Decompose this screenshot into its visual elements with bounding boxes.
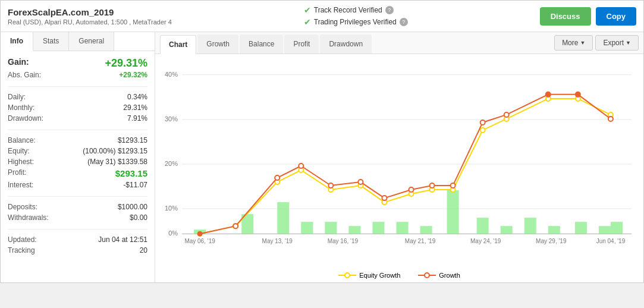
tab-general[interactable]: General bbox=[69, 32, 114, 51]
svg-point-49 bbox=[409, 187, 414, 192]
abs-gain-value: +29.32% bbox=[119, 71, 147, 79]
chart-tabs: Chart Growth Balance Profit Drawdown Mor… bbox=[155, 32, 643, 54]
highest-row: Highest: (May 31) $1339.58 bbox=[8, 158, 147, 166]
svg-point-55 bbox=[576, 92, 580, 97]
discuss-button[interactable]: Discuss bbox=[540, 7, 591, 26]
balance-row: Balance: $1293.15 bbox=[8, 136, 147, 144]
equity-value: (100.00%) $1293.15 bbox=[83, 147, 147, 155]
balance-section: Balance: $1293.15 Equity: (100.00%) $129… bbox=[8, 136, 147, 197]
svg-point-51 bbox=[451, 183, 455, 188]
profit-row: Profit: $293.15 bbox=[8, 168, 147, 178]
account-title: ForexScalpEA.com_2019 bbox=[8, 7, 172, 17]
equity-label: Equity: bbox=[8, 147, 30, 155]
svg-text:40%: 40% bbox=[165, 71, 178, 78]
daily-section: Daily: 0.34% Monthly: 29.31% Drawdown: 7… bbox=[8, 93, 147, 130]
header-center: ✔ Track Record Verified ? ✔ Trading Priv… bbox=[304, 5, 408, 27]
svg-point-54 bbox=[546, 92, 551, 97]
svg-rect-24 bbox=[575, 222, 587, 234]
interest-value: -$11.07 bbox=[123, 181, 147, 189]
svg-point-37 bbox=[480, 128, 485, 133]
svg-point-52 bbox=[480, 120, 485, 125]
daily-row: Daily: 0.34% bbox=[8, 93, 147, 101]
withdrawals-label: Withdrawals: bbox=[8, 213, 49, 222]
track-record-verified: ✔ Track Record Verified ? bbox=[304, 5, 408, 15]
svg-point-46 bbox=[328, 183, 333, 188]
verified-text-1: Track Record Verified bbox=[314, 6, 382, 14]
withdrawals-row: Withdrawals: $0.00 bbox=[8, 213, 147, 222]
svg-point-43 bbox=[233, 224, 238, 228]
svg-rect-15 bbox=[348, 226, 360, 234]
right-panel: Chart Growth Balance Profit Drawdown Mor… bbox=[155, 32, 643, 282]
trading-privileges-verified: ✔ Trading Privileges Verified ? bbox=[304, 17, 408, 27]
chart-svg: 40% 30% 20% 10% 0% bbox=[161, 60, 637, 250]
header-right: Discuss Copy bbox=[540, 7, 636, 26]
svg-point-42 bbox=[197, 231, 202, 236]
svg-text:May 29, '19: May 29, '19 bbox=[536, 238, 567, 244]
left-content: Gain: +29.31% Abs. Gain: +29.32% Daily: … bbox=[1, 51, 155, 274]
highest-value: (May 31) $1339.58 bbox=[87, 158, 147, 166]
highest-label: Highest: bbox=[8, 158, 34, 166]
svg-point-44 bbox=[275, 175, 279, 180]
legend-growth: Growth bbox=[418, 272, 460, 279]
more-arrow-icon: ▼ bbox=[580, 40, 585, 46]
gain-row: Gain: +29.31% bbox=[8, 57, 147, 70]
svg-text:30%: 30% bbox=[165, 115, 178, 122]
chart-tabs-right: More ▼ Export ▼ bbox=[554, 35, 639, 51]
updated-label: Updated: bbox=[8, 235, 37, 244]
interest-label: Interest: bbox=[8, 181, 33, 189]
help-icon-1[interactable]: ? bbox=[385, 6, 394, 14]
svg-point-47 bbox=[358, 180, 363, 184]
svg-rect-26 bbox=[611, 222, 623, 234]
svg-point-50 bbox=[430, 183, 435, 188]
svg-rect-12 bbox=[277, 202, 289, 234]
tab-stats[interactable]: Stats bbox=[33, 32, 69, 51]
deposits-value: $1000.00 bbox=[118, 203, 147, 211]
chart-tab-profit[interactable]: Profit bbox=[284, 34, 319, 54]
tracking-value: 20 bbox=[140, 246, 147, 254]
svg-rect-17 bbox=[396, 222, 408, 234]
svg-rect-20 bbox=[477, 218, 489, 234]
svg-text:0%: 0% bbox=[168, 230, 178, 237]
svg-text:May 06, '19: May 06, '19 bbox=[184, 238, 215, 244]
svg-text:May 13, '19: May 13, '19 bbox=[262, 238, 293, 244]
deposits-section: Deposits: $1000.00 Withdrawals: $0.00 bbox=[8, 203, 147, 230]
svg-point-48 bbox=[382, 196, 387, 200]
svg-rect-25 bbox=[599, 226, 611, 234]
monthly-row: Monthly: 29.31% bbox=[8, 103, 147, 112]
svg-point-53 bbox=[504, 112, 509, 117]
legend-growth-icon bbox=[418, 272, 436, 279]
growth-legend-label: Growth bbox=[439, 272, 460, 279]
check-icon-2: ✔ bbox=[304, 17, 311, 27]
tab-info[interactable]: Info bbox=[1, 32, 33, 51]
gain-label: Gain: bbox=[8, 57, 29, 70]
svg-rect-14 bbox=[325, 222, 337, 234]
svg-rect-13 bbox=[301, 222, 313, 234]
more-button[interactable]: More ▼ bbox=[554, 35, 593, 51]
chart-tab-growth[interactable]: Growth bbox=[197, 34, 238, 54]
equity-row: Equity: (100.00%) $1293.15 bbox=[8, 147, 147, 155]
svg-rect-21 bbox=[501, 226, 513, 234]
chart-tab-balance[interactable]: Balance bbox=[240, 34, 283, 54]
drawdown-value: 7.91% bbox=[127, 114, 147, 122]
daily-value: 0.34% bbox=[127, 93, 147, 101]
account-subtitle: Real (USD), Alpari RU, Automated, 1:500 … bbox=[8, 18, 172, 26]
gain-section: Gain: +29.31% Abs. Gain: +29.32% bbox=[8, 57, 147, 87]
svg-rect-19 bbox=[447, 190, 459, 234]
chart-tab-chart[interactable]: Chart bbox=[160, 35, 196, 54]
svg-rect-16 bbox=[372, 222, 384, 234]
svg-rect-23 bbox=[548, 226, 560, 234]
profit-value: $293.15 bbox=[115, 168, 147, 178]
svg-point-67 bbox=[425, 273, 429, 278]
monthly-label: Monthly: bbox=[8, 103, 34, 112]
drawdown-label: Drawdown: bbox=[8, 114, 43, 122]
deposits-row: Deposits: $1000.00 bbox=[8, 203, 147, 211]
chart-tab-drawdown[interactable]: Drawdown bbox=[320, 34, 372, 54]
svg-text:May 21, '19: May 21, '19 bbox=[405, 238, 436, 244]
export-button[interactable]: Export ▼ bbox=[595, 35, 639, 51]
export-arrow-icon: ▼ bbox=[626, 40, 631, 46]
copy-button[interactable]: Copy bbox=[596, 7, 637, 26]
svg-point-65 bbox=[345, 273, 350, 278]
help-icon-2[interactable]: ? bbox=[400, 18, 408, 26]
drawdown-row: Drawdown: 7.91% bbox=[8, 114, 147, 122]
svg-text:Jun 04, '19: Jun 04, '19 bbox=[596, 238, 626, 244]
